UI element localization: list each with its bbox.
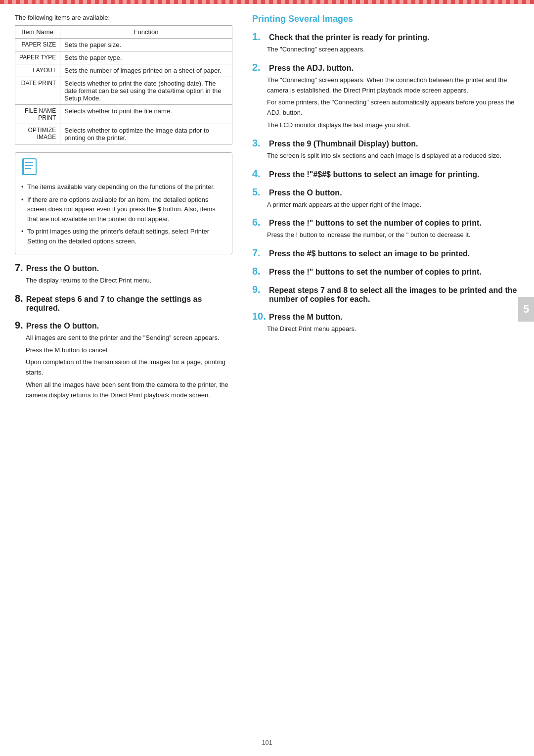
right-step-num: 1. — [252, 31, 266, 43]
right-step-num: 3. — [252, 138, 266, 149]
left-column: The following items are available: Item … — [15, 14, 232, 403]
right-step-num: 7. — [252, 247, 266, 259]
right-step-heading: 2.Press the ADJ. button. — [252, 62, 519, 73]
right-step-heading: 5.Press the O button. — [252, 187, 519, 198]
right-step: 5.Press the O button.A printer mark appe… — [252, 187, 519, 210]
step-body: All images are sent to the printer and t… — [26, 333, 232, 343]
right-step-text: Repeat steps 7 and 8 to select all the i… — [269, 286, 519, 304]
right-step: 8.Press the !" buttons to set the number… — [252, 266, 519, 277]
right-step-heading: 6.Press the !" buttons to set the number… — [252, 217, 519, 228]
right-step-text: Press the ADJ. button. — [269, 64, 354, 73]
note-item: The items available vary depending on th… — [21, 182, 226, 192]
right-step-num: 6. — [252, 217, 266, 228]
right-step-num: 2. — [252, 62, 266, 73]
step-num: 8. — [15, 293, 23, 304]
note-icon — [21, 158, 39, 177]
table-row-function: Selects whether to print the date (shoot… — [60, 77, 232, 105]
right-step-heading: 3.Press the 9 (Thumbnail Display) button… — [252, 138, 519, 149]
col-header-function: Function — [60, 26, 232, 39]
right-step-num: 5. — [252, 187, 266, 198]
right-step-body: Press the ! button to increase the numbe… — [267, 230, 519, 240]
note-item: To print images using the printer's defa… — [21, 227, 226, 246]
right-step-text: Press the !" buttons to set the number o… — [269, 268, 482, 277]
right-step-body: The "Connecting" screen appears. When th… — [267, 75, 519, 96]
intro-text: The following items are available: — [15, 14, 232, 21]
note-box: The items available vary depending on th… — [15, 152, 232, 254]
right-step-text: Press the #$ buttons to select an image … — [269, 249, 470, 258]
step-heading: 7.Press the O button. — [15, 262, 232, 274]
right-step: 3.Press the 9 (Thumbnail Display) button… — [252, 138, 519, 161]
section-title: Printing Several Images — [252, 14, 519, 24]
table-row-name: LAYOUT — [15, 64, 60, 77]
right-step-num: 8. — [252, 266, 266, 277]
right-step-body: The LCD monitor displays the last image … — [267, 120, 519, 131]
right-step-body: The screen is split into six sections an… — [267, 151, 519, 161]
step-text: Press the O button. — [26, 264, 99, 273]
step-body: The display returns to the Direct Print … — [26, 276, 232, 286]
right-step-body: The "Connecting" screen appears. — [267, 45, 519, 55]
table-row-name: PAPER TYPE — [15, 51, 60, 64]
right-step-text: Press the 9 (Thumbnail Display) button. — [269, 140, 418, 148]
right-step: 4.Press the !"#$#$ buttons to select an … — [252, 168, 519, 180]
table-row-name: DATE PRINT — [15, 77, 60, 105]
table-row-function: Selects whether to print the file name. — [60, 105, 232, 124]
right-step-body: The Direct Print menu appears. — [267, 324, 519, 334]
table-row-function: Sets the number of images printed on a s… — [60, 64, 232, 77]
right-step-heading: 7.Press the #$ buttons to select an imag… — [252, 247, 519, 259]
right-step: 6.Press the !" buttons to set the number… — [252, 217, 519, 240]
right-step-text: Press the M button. — [269, 313, 342, 322]
right-step: 7.Press the #$ buttons to select an imag… — [252, 247, 519, 259]
step-text: Press the O button. — [26, 322, 99, 331]
note-list: The items available vary depending on th… — [21, 182, 226, 246]
right-step-text: Check that the printer is ready for prin… — [269, 33, 430, 42]
right-step-body: A printer mark appears at the upper righ… — [267, 200, 519, 210]
right-step-num: 9. — [252, 284, 266, 295]
table-row-name: OPTIMIZE IMAGE — [15, 124, 60, 144]
right-step-heading: 4.Press the !"#$#$ buttons to select an … — [252, 168, 519, 180]
right-step-body: For some printers, the "Connecting" scre… — [267, 97, 519, 118]
step-heading: 9.Press the O button. — [15, 320, 232, 331]
right-column: Printing Several Images 1.Check that the… — [242, 14, 519, 403]
table-row-function: Sets the paper size. — [60, 39, 232, 51]
left-step: 7.Press the O button.The display returns… — [15, 262, 232, 286]
page-number: 101 — [262, 739, 272, 746]
right-step: 9.Repeat steps 7 and 8 to select all the… — [252, 284, 519, 304]
step-num: 7. — [15, 262, 23, 274]
table-row-name: FILE NAME PRINT — [15, 105, 60, 124]
right-step-heading: 1.Check that the printer is ready for pr… — [252, 31, 519, 43]
step-text: Repeat steps 6 and 7 to change the setti… — [26, 295, 232, 313]
left-steps: 7.Press the O button.The display returns… — [15, 262, 232, 401]
step-body: Press the M button to cancel. — [26, 345, 232, 356]
items-table: Item Name Function PAPER SIZESets the pa… — [15, 25, 232, 144]
table-row-function: Sets the paper type. — [60, 51, 232, 64]
left-step: 8.Repeat steps 6 and 7 to change the set… — [15, 293, 232, 313]
top-border — [0, 0, 534, 4]
svg-rect-0 — [22, 159, 36, 175]
step-num: 9. — [15, 320, 23, 331]
note-item: If there are no options available for an… — [21, 195, 226, 224]
left-step: 9.Press the O button.All images are sent… — [15, 320, 232, 401]
right-step-heading: 8.Press the !" buttons to set the number… — [252, 266, 519, 277]
right-step-num: 10. — [252, 311, 266, 322]
step-body: Upon completion of the transmission of t… — [26, 357, 232, 378]
step-body: When all the images have been sent from … — [26, 380, 232, 401]
right-step-num: 4. — [252, 168, 266, 180]
right-step-heading: 9.Repeat steps 7 and 8 to select all the… — [252, 284, 519, 304]
col-header-name: Item Name — [15, 26, 60, 39]
right-step: 10.Press the M button.The Direct Print m… — [252, 311, 519, 334]
step-heading: 8.Repeat steps 6 and 7 to change the set… — [15, 293, 232, 313]
right-step-text: Press the !"#$#$ buttons to select an im… — [269, 170, 479, 179]
table-row-name: PAPER SIZE — [15, 39, 60, 51]
right-step-text: Press the O button. — [269, 189, 342, 197]
right-step: 2.Press the ADJ. button.The "Connecting"… — [252, 62, 519, 131]
right-step-text: Press the !" buttons to set the number o… — [269, 219, 482, 228]
table-row-function: Selects whether to optimize the image da… — [60, 124, 232, 144]
right-step-heading: 10.Press the M button. — [252, 311, 519, 322]
right-steps: 1.Check that the printer is ready for pr… — [252, 31, 519, 334]
right-step: 1.Check that the printer is ready for pr… — [252, 31, 519, 55]
chapter-marker: 5 — [518, 297, 534, 322]
